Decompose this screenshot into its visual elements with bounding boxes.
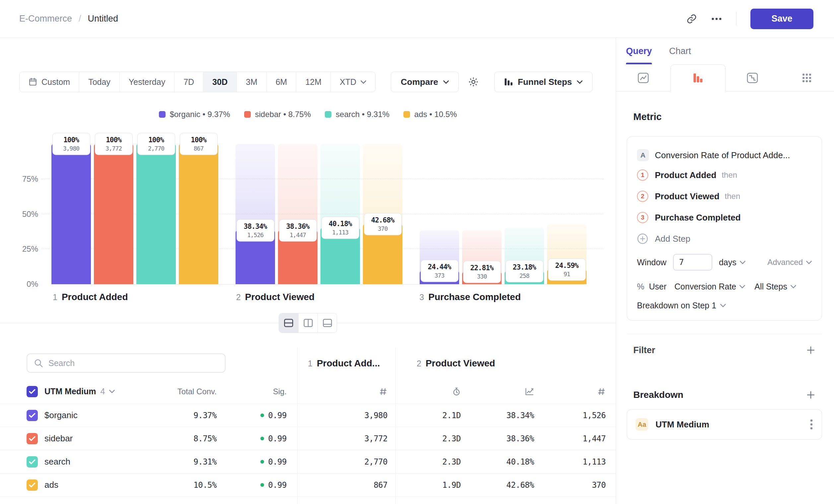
funnel-bar-organic[interactable]: 38.34%1,526 <box>236 144 275 284</box>
compare-button[interactable]: Compare <box>391 72 459 92</box>
total-conv-value: 10.5% <box>193 480 217 490</box>
legend-label: $organic • 9.37% <box>170 110 230 119</box>
advanced-toggle[interactable]: Advanced <box>767 258 812 267</box>
add-step-button[interactable]: Add Step <box>637 228 812 249</box>
metric-step-2[interactable]: 2Product Viewedthen <box>637 186 812 207</box>
window-value-input[interactable] <box>673 254 712 271</box>
chart-type-tab-funnel-chart[interactable] <box>671 64 726 92</box>
bar-count: 1,113 <box>322 229 359 236</box>
funnel-bar-sidebar[interactable]: 22.81%330 <box>462 144 502 284</box>
table-row-sidebar[interactable]: sidebar8.75%0.993,7722.3D38.36%1,447 <box>0 427 616 450</box>
chart-type-tab-retention-chart[interactable] <box>726 64 780 91</box>
bar-percent: 100% <box>138 136 175 144</box>
percent-icon: % <box>637 282 644 292</box>
funnel-bars-icon <box>504 78 513 86</box>
funnel-bar-organic[interactable]: 24.44%373 <box>420 144 459 284</box>
range-today[interactable]: Today <box>79 72 119 92</box>
row-checkbox[interactable] <box>26 456 38 467</box>
solid-bar <box>136 144 176 284</box>
search-input[interactable] <box>48 359 218 368</box>
select-all-checkbox[interactable] <box>26 386 38 397</box>
tab-query[interactable]: Query <box>626 38 652 64</box>
add-filter-button[interactable] <box>806 345 815 355</box>
conversion-column-header[interactable] <box>525 387 534 396</box>
panel-tabs: Query Chart <box>616 38 834 64</box>
metric-title-row[interactable]: A Conversion Rate of Product Adde... <box>637 146 812 164</box>
layout-toggle-split-vertical[interactable] <box>298 313 317 333</box>
total-conv-value: 8.75% <box>193 434 217 443</box>
chevron-down-icon <box>791 285 796 289</box>
range-7d[interactable]: 7D <box>174 72 203 92</box>
range-yesterday[interactable]: Yesterday <box>119 72 174 92</box>
funnel-bar-ads[interactable]: 100%867 <box>179 144 218 284</box>
range-custom[interactable]: Custom <box>20 72 79 92</box>
layout-toggle-split-horizontal[interactable] <box>279 313 298 333</box>
count-column-header[interactable] <box>379 387 388 396</box>
save-button[interactable]: Save <box>750 8 813 29</box>
more-actions-button[interactable] <box>711 17 722 21</box>
measure-metric-select[interactable]: Conversion Rate <box>675 282 745 292</box>
legend-item-search[interactable]: search • 9.31% <box>325 110 390 119</box>
window-unit-select[interactable]: days <box>719 258 745 267</box>
bar-count: 91 <box>548 270 586 277</box>
layout-toggle-table-only[interactable] <box>317 313 337 333</box>
metric-step-1[interactable]: 1Product Addedthen <box>637 164 812 186</box>
table-row-organic[interactable]: $organic9.37%0.993,9802.1D38.34%1,526 <box>0 404 616 427</box>
add-breakdown-button[interactable] <box>806 390 815 399</box>
sig-number: 0.99 <box>268 411 287 420</box>
breakdown-options-button[interactable] <box>810 419 813 430</box>
bar-count: 3,772 <box>95 145 132 152</box>
total-conv-column-header[interactable]: Total Conv. <box>177 387 217 396</box>
funnel-bar-ads[interactable]: 24.59%91 <box>547 144 587 284</box>
chart-type-tab-line-chart[interactable] <box>616 64 671 91</box>
chevron-down-icon <box>740 285 745 289</box>
range-3m[interactable]: 3M <box>237 72 266 92</box>
breadcrumb-project[interactable]: E-Commerce <box>19 14 72 24</box>
count-column-header[interactable] <box>597 387 606 396</box>
step2-count: 1,526 <box>583 411 606 420</box>
range-30d[interactable]: 30D <box>203 72 237 92</box>
legend-item-ads[interactable]: ads • 10.5% <box>403 110 457 119</box>
range-6m[interactable]: 6M <box>266 72 296 92</box>
layout-toggle-group <box>279 313 337 333</box>
row-checkbox[interactable] <box>26 479 38 491</box>
table-row-ads[interactable]: ads10.5%0.998671.9D42.68%370 <box>0 474 616 497</box>
metric-section-title: Metric <box>633 111 822 122</box>
range-xtd[interactable]: XTD <box>330 72 375 92</box>
step-column-header-2: 2 Product Viewed <box>417 358 495 369</box>
table-row-search[interactable]: search9.31%0.992,7702.3D40.18%1,113 <box>0 450 616 474</box>
hash-icon <box>379 387 388 396</box>
range-12m[interactable]: 12M <box>296 72 330 92</box>
share-link-button[interactable] <box>686 14 697 24</box>
sig-value: 0.99 <box>260 411 287 420</box>
legend-item-sidebar[interactable]: sidebar • 8.75% <box>244 110 311 119</box>
legend-item-organic[interactable]: $organic • 9.37% <box>159 110 230 119</box>
metric-step-name: Purchase Completed <box>655 212 741 223</box>
funnel-bar-ads[interactable]: 42.68%370 <box>363 144 402 284</box>
conversion-chart-icon <box>525 387 534 396</box>
chart-type-selector-button[interactable]: Funnel Steps <box>494 72 592 92</box>
metric-step-3[interactable]: 3Purchase Completed <box>637 207 812 228</box>
funnel-bar-organic[interactable]: 100%3,980 <box>51 144 91 284</box>
row-checkbox[interactable] <box>26 410 38 421</box>
breakdown-column-header[interactable]: UTM Medium 4 <box>44 387 144 396</box>
chart-type-tab-more-charts[interactable] <box>780 64 834 91</box>
table-search <box>26 353 225 373</box>
sig-status-dot <box>260 413 264 417</box>
breakdown-property-card[interactable]: Aa UTM Medium <box>627 409 822 440</box>
breakdown-on-step-select[interactable]: Breakdown on Step 1 <box>637 301 812 311</box>
funnel-bar-search[interactable]: 23.18%258 <box>505 144 544 284</box>
sig-column-header[interactable]: Sig. <box>273 387 287 396</box>
solid-bar <box>94 144 133 284</box>
funnel-bar-search[interactable]: 100%2,770 <box>136 144 176 284</box>
chart-settings-button[interactable] <box>468 76 479 88</box>
row-checkbox[interactable] <box>26 433 38 444</box>
breadcrumb-page-title[interactable]: Untitled <box>88 14 118 24</box>
top-bar: E-Commerce / Untitled Save <box>0 0 834 38</box>
funnel-bar-sidebar[interactable]: 38.36%1,447 <box>278 144 317 284</box>
avg-time-column-header[interactable] <box>452 387 461 396</box>
measure-scope-select[interactable]: All Steps <box>754 282 796 292</box>
tab-chart[interactable]: Chart <box>669 38 691 64</box>
funnel-bar-search[interactable]: 40.18%1,113 <box>321 144 360 284</box>
funnel-bar-sidebar[interactable]: 100%3,772 <box>94 144 133 284</box>
